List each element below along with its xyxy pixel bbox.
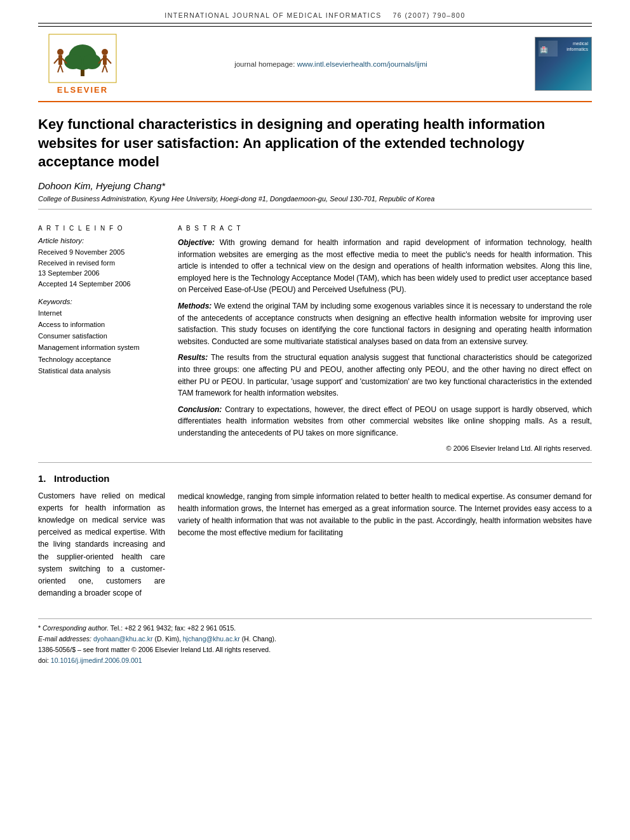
- homepage-label: journal homepage:: [234, 60, 295, 68]
- elsevier-tree-icon: [48, 33, 117, 84]
- email-2-link[interactable]: hjchang@khu.ac.kr: [183, 635, 242, 643]
- keyword-4: Technology acceptance: [38, 354, 165, 365]
- email-2-name: (H. Chang).: [242, 635, 276, 643]
- copyright: © 2006 Elsevier Ireland Ltd. All rights …: [178, 444, 592, 452]
- article-title: Key functional characteristics in design…: [38, 115, 592, 171]
- corresponding-note-text: Corresponding author.: [43, 624, 111, 632]
- journal-volume: 76 (2007) 790–800: [392, 11, 465, 19]
- article-title-section: Key functional characteristics in design…: [0, 102, 630, 225]
- journal-header: INTERNATIONAL JOURNAL OF MEDICAL INFORMA…: [0, 0, 630, 23]
- email-line: E-mail addresses: dyohaan@khu.ac.kr (D. …: [38, 634, 592, 644]
- doi-label: doi:: [38, 657, 49, 664]
- rule-after-affiliation: [38, 209, 592, 210]
- homepage-link[interactable]: www.intl.elsevierhealth.com/journals/ijm…: [297, 60, 427, 68]
- doi-link[interactable]: 10.1016/j.ijmedinf.2006.09.001: [51, 657, 142, 664]
- email-1-name: (D. Kim),: [154, 635, 180, 643]
- svg-point-4: [64, 54, 82, 69]
- footer-rule: [38, 618, 592, 619]
- tel-fax: Tel.: +82 2 961 9432; fax: +82 2 961 051…: [111, 624, 236, 632]
- email-label: E-mail addresses:: [38, 635, 93, 643]
- intro-left-text: Customers have relied on medical experts…: [38, 490, 165, 600]
- logo-area: ELSEVIER journal homepage: www.intl.else…: [0, 27, 630, 101]
- keyword-1: Access to information: [38, 319, 165, 330]
- abstract-results: Results: The results from the structural…: [178, 352, 592, 399]
- email-1: dyohaan@khu.ac.kr: [93, 635, 153, 643]
- svg-rect-7: [58, 55, 62, 65]
- abstract-conclusion: Conclusion: Contrary to expectations, ho…: [178, 404, 592, 439]
- corresponding-author-note: * Corresponding author. Tel.: +82 2 961 …: [38, 623, 592, 634]
- abstract-methods: Methods: We extend the original TAM by i…: [178, 300, 592, 347]
- doi-value: 10.1016/j.ijmedinf.2006.09.001: [51, 657, 142, 664]
- methods-label: Methods:: [178, 302, 211, 310]
- footer: * Corresponding author. Tel.: +82 2 961 …: [0, 623, 630, 678]
- intro-heading: 1. Introduction: [38, 473, 165, 484]
- article-info-label: A R T I C L E I N F O: [38, 225, 165, 232]
- section-number: 1.: [38, 473, 46, 484]
- objective-text: With growing demand for health informati…: [178, 238, 592, 294]
- abstract-text: Objective: With growing demand for healt…: [178, 237, 592, 439]
- history-item-0: Received 9 November 2005: [38, 247, 165, 258]
- results-text: The results from the structural equation…: [178, 353, 592, 397]
- svg-rect-13: [103, 55, 107, 65]
- svg-point-6: [57, 49, 64, 55]
- conclusion-text: Contrary to expectations, however, the d…: [178, 405, 592, 437]
- journal-homepage: journal homepage: www.intl.elsevierhealt…: [127, 60, 535, 68]
- abstract-column: A B S T R A C T Objective: With growing …: [178, 225, 592, 452]
- methods-text: We extend the original TAM by including …: [178, 302, 592, 346]
- publisher-name: ELSEVIER: [57, 85, 108, 95]
- footnote-star: *: [38, 624, 43, 632]
- abstract-objective: Objective: With growing demand for healt…: [178, 237, 592, 296]
- journal-cover: medicalinformatics 🏥: [535, 37, 592, 91]
- cover-title-text: medicalinformatics: [566, 41, 588, 52]
- history-item-1: Received in revised form: [38, 258, 165, 269]
- results-label: Results:: [178, 353, 208, 362]
- body-right: medical knowledge, ranging from simple i…: [178, 473, 592, 600]
- authors-text: Dohoon Kim, Hyejung Chang*: [38, 180, 165, 191]
- body-content: 1. Introduction Customers have relied on…: [0, 473, 630, 600]
- email-1-link[interactable]: dyohaan@khu.ac.kr: [93, 635, 154, 643]
- svg-point-12: [102, 49, 108, 55]
- keyword-2: Consumer satisfaction: [38, 330, 165, 342]
- history-item-3: Accepted 14 September 2006: [38, 279, 165, 290]
- abstract-label: A B S T R A C T: [178, 225, 592, 232]
- objective-label: Objective:: [178, 238, 215, 247]
- page: INTERNATIONAL JOURNAL OF MEDICAL INFORMA…: [0, 0, 630, 840]
- homepage-url: www.intl.elsevierhealth.com/journals/ijm…: [297, 60, 427, 68]
- article-info-column: A R T I C L E I N F O Article history: R…: [38, 225, 178, 452]
- keyword-3: Management information system: [38, 342, 165, 353]
- history-item-2: 13 September 2006: [38, 268, 165, 279]
- affiliation: College of Business Administration, Kyun…: [38, 195, 592, 203]
- history-label: Article history:: [38, 237, 165, 244]
- svg-text:🏥: 🏥: [540, 46, 548, 54]
- header-rule-top: [38, 23, 592, 23]
- doi-line: doi: 10.1016/j.ijmedinf.2006.09.001: [38, 655, 592, 666]
- article-info-abstract-section: A R T I C L E I N F O Article history: R…: [0, 225, 630, 452]
- body-left: 1. Introduction Customers have relied on…: [38, 473, 178, 600]
- rule-after-abstract: [38, 462, 592, 463]
- keyword-0: Internet: [38, 307, 165, 319]
- journal-name: INTERNATIONAL JOURNAL OF MEDICAL INFORMA…: [164, 11, 382, 19]
- keyword-5: Statistical data analysis: [38, 365, 165, 377]
- authors: Dohoon Kim, Hyejung Chang*: [38, 180, 592, 191]
- section-title: Introduction: [54, 473, 109, 484]
- rights-line: 1386-5056/$ – see front matter © 2006 El…: [38, 644, 592, 655]
- conclusion-label: Conclusion:: [178, 405, 222, 414]
- intro-right-text: medical knowledge, ranging from simple i…: [178, 491, 592, 540]
- keywords-label: Keywords:: [38, 298, 165, 305]
- svg-point-5: [83, 54, 101, 69]
- elsevier-logo: ELSEVIER: [38, 33, 127, 95]
- cover-logo-icon: 🏥: [539, 41, 558, 57]
- email-2: hjchang@khu.ac.kr: [183, 635, 240, 643]
